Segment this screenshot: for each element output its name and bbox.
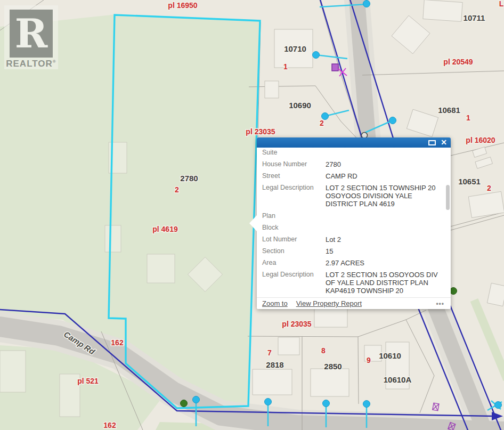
close-icon[interactable]: ✕ xyxy=(441,137,447,148)
realtor-brand-text: REALTOR® xyxy=(6,59,56,69)
map-label-red: pl 4619 xyxy=(152,225,178,233)
map-label-red: 9 xyxy=(367,356,371,364)
field-label: Lot Number xyxy=(262,236,326,244)
property-info-popup: ✕ Suite House Number 2780 Street CAMP RD… xyxy=(257,137,451,309)
map-label-black: 10681 xyxy=(438,106,460,115)
map-label-red: 1 xyxy=(466,113,470,122)
map-label-red: pl 16020 xyxy=(466,136,495,144)
popup-footer: Zoom to View Property Report ••• xyxy=(257,297,451,309)
more-options-button[interactable]: ••• xyxy=(436,300,444,307)
view-property-report-link[interactable]: View Property Report xyxy=(296,299,362,307)
field-row: House Number 2780 xyxy=(262,160,444,168)
popup-body: Suite House Number 2780 Street CAMP RD L… xyxy=(257,148,451,297)
field-row: Section 15 xyxy=(262,247,444,255)
map-label-red: 162 xyxy=(103,421,116,429)
field-value xyxy=(326,212,444,220)
zoom-to-link[interactable]: Zoom to xyxy=(262,299,288,307)
map-label-red: pl 23035 xyxy=(246,127,275,136)
realtor-r-letter: R xyxy=(15,12,48,55)
popup-scrollbar-thumb[interactable] xyxy=(446,185,450,210)
registered-symbol: ® xyxy=(53,59,56,64)
realtor-r-mark: R xyxy=(10,10,53,58)
map-label-red: L xyxy=(499,0,504,8)
map-label-red: 7 xyxy=(267,348,272,357)
map-label-black: 10610A xyxy=(384,375,412,384)
map-label-black: 10690 xyxy=(289,101,311,110)
map-label-red: 2 xyxy=(487,184,491,192)
map-label-black: 10710 xyxy=(284,44,306,53)
map-label-red: pl 16950 xyxy=(168,1,197,10)
field-value xyxy=(326,224,444,232)
map-label-red: pl 23035 xyxy=(282,320,311,328)
field-label: Block xyxy=(262,224,326,232)
map-label-black: 10711 xyxy=(464,13,485,22)
map-label-red: 2 xyxy=(320,119,324,127)
field-row: Plan xyxy=(262,212,444,220)
map-label-red: pl 521 xyxy=(77,377,99,385)
map-application: pl 16950 L pl 20549 1 pl 23035 2 pl 1602… xyxy=(0,0,504,430)
field-label: Section xyxy=(262,247,326,255)
field-label: Legal Description xyxy=(262,271,326,295)
map-label-black: 2818 xyxy=(266,360,283,369)
field-row: Suite xyxy=(262,149,444,157)
map-label-black: 2780 xyxy=(180,174,198,183)
field-value: LOT 2 SECTION 15 TOWNSHIP 20 OSOYOOS DIV… xyxy=(326,184,444,208)
field-label: House Number xyxy=(262,160,326,168)
popup-callout-arrow xyxy=(249,215,257,231)
map-label-red: 2 xyxy=(175,185,179,194)
map-label-red: pl 20549 xyxy=(443,58,473,66)
field-value: 2.97 ACRES xyxy=(326,259,444,267)
field-value: 15 xyxy=(326,247,444,255)
field-label: Plan xyxy=(262,212,326,220)
field-value: CAMP RD xyxy=(326,172,444,180)
map-label-red: 8 xyxy=(321,346,326,355)
field-row: Lot Number Lot 2 xyxy=(262,236,444,244)
field-label: Street xyxy=(262,172,326,180)
map-label-red: 162 xyxy=(111,338,124,347)
field-row: Legal Description LOT 2 SECTION 15 TOWNS… xyxy=(262,184,444,208)
realtor-brand-word: REALTOR xyxy=(6,59,53,69)
field-row: Street CAMP RD xyxy=(262,172,444,180)
field-row: Legal Description LOT 2 SECTION 15 OSOYO… xyxy=(262,271,444,295)
map-label-black: 10610 xyxy=(379,351,401,360)
map-label-black: 10651 xyxy=(458,177,481,186)
field-value: 2780 xyxy=(326,160,444,168)
field-value: Lot 2 xyxy=(326,236,444,244)
map-label-red: 1 xyxy=(283,62,288,71)
field-label: Suite xyxy=(262,149,326,157)
field-row: Block xyxy=(262,224,444,232)
dock-icon[interactable] xyxy=(428,140,436,145)
map-label-black: 2850 xyxy=(324,362,342,371)
field-row: Area 2.97 ACRES xyxy=(262,259,444,267)
field-value: LOT 2 SECTION 15 OSOYOOS DIV OF YALE LAN… xyxy=(326,271,444,295)
field-value xyxy=(326,149,444,157)
realtor-logo: R REALTOR® xyxy=(4,5,58,69)
popup-title-bar[interactable]: ✕ xyxy=(257,137,451,148)
field-label: Legal Description xyxy=(262,184,326,208)
field-label: Area xyxy=(262,259,326,267)
